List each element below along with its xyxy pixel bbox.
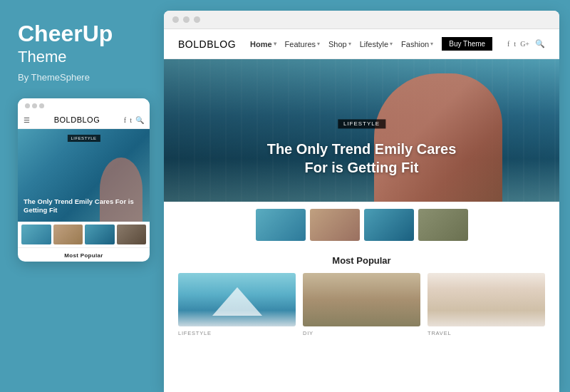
mobile-thumb-4[interactable] [117, 225, 147, 244]
nav-search-icon[interactable]: 🔍 [535, 39, 545, 48]
nav-lifestyle[interactable]: Lifestyle ▾ [360, 37, 393, 51]
hero-title: The Only Trend Emily Cares For is Gettin… [164, 140, 559, 177]
mobile-window-dots [25, 103, 44, 108]
mobile-logo-light: BLOG [77, 115, 100, 124]
mobile-dot-1 [25, 103, 30, 108]
mobile-menu-icon[interactable]: ☰ [24, 116, 30, 124]
mobile-hero-title: The Only Trend Emily Cares For is Gettin… [24, 197, 144, 215]
app-title: CheerUp [18, 21, 113, 46]
desktop-nav-links: Home ▾ Features ▾ Shop ▾ Lifestyle ▾ Fas… [250, 37, 499, 51]
popular-card-1[interactable]: LIFESTYLE [178, 273, 296, 336]
hero-title-line2: For is Getting Fit [164, 158, 559, 177]
mobile-twitter-icon[interactable]: t [130, 116, 132, 124]
popular-grid: LIFESTYLE DIY TRAVEL [178, 273, 545, 336]
mobile-thumb-3[interactable] [85, 225, 115, 244]
facebook-icon[interactable]: f [507, 40, 509, 48]
desktop-hero: LIFESTYLE The Only Trend Emily Cares For… [164, 59, 559, 202]
mobile-thumbnails [18, 222, 150, 247]
window-chrome [164, 11, 559, 29]
mobile-category-badge: LIFESTYLE [67, 135, 100, 142]
desktop-mockup: BOLDBLOG Home ▾ Features ▾ Shop ▾ Lifest… [164, 11, 559, 392]
mobile-most-popular-label: Most Popular [18, 247, 150, 262]
mobile-logo: BOLDBLOG [54, 115, 100, 124]
thumbnail-4[interactable] [418, 209, 468, 241]
popular-card-image-3 [428, 273, 545, 326]
chrome-dot-2 [183, 16, 190, 23]
mobile-facebook-icon[interactable]: f [124, 116, 126, 124]
twitter-icon[interactable]: t [514, 40, 516, 48]
mobile-header: ☰ BOLDBLOG f t 🔍 [18, 111, 150, 129]
desktop-logo-light: BLOG [207, 38, 236, 50]
fashion-chevron-icon: ▾ [430, 41, 433, 47]
hero-category-badge: LIFESTYLE [338, 119, 385, 128]
nav-shop[interactable]: Shop ▾ [328, 37, 351, 51]
popular-card-image-1 [178, 273, 296, 326]
popular-card-2[interactable]: DIY [303, 273, 420, 336]
mobile-hero: LIFESTYLE The Only Trend Emily Cares For… [18, 129, 150, 222]
mobile-dot-3 [39, 103, 44, 108]
desktop-logo: BOLDBLOG [178, 38, 236, 50]
card-label-3: TRAVEL [428, 330, 545, 336]
popular-card-3[interactable]: TRAVEL [428, 273, 545, 336]
features-chevron-icon: ▾ [317, 41, 320, 47]
googleplus-icon[interactable]: G+ [520, 40, 529, 48]
nav-social: f t G+ [507, 40, 529, 48]
thumbnail-strip [164, 202, 559, 248]
mobile-thumb-2[interactable] [53, 225, 83, 244]
desktop-nav: BOLDBLOG Home ▾ Features ▾ Shop ▾ Lifest… [164, 29, 559, 59]
most-popular-title: Most Popular [178, 255, 545, 266]
hero-person-image [374, 73, 502, 202]
home-chevron-icon: ▾ [274, 41, 276, 47]
hero-title-line1: The Only Trend Emily Cares [164, 140, 559, 158]
nav-fashion[interactable]: Fashion ▾ [401, 37, 433, 51]
popular-card-image-2 [303, 273, 420, 326]
mobile-mockup: ☰ BOLDBLOG f t 🔍 LIFESTYLE The Only Tren… [18, 98, 150, 262]
app-subtitle: Theme [18, 48, 66, 66]
nav-home[interactable]: Home ▾ [250, 37, 276, 51]
lifestyle-chevron-icon: ▾ [390, 41, 393, 47]
mobile-thumb-1[interactable] [21, 225, 51, 244]
chrome-dot-3 [194, 16, 200, 23]
mobile-topbar [18, 98, 150, 111]
mobile-logo-bold: BOLD [54, 115, 77, 124]
thumbnail-1[interactable] [256, 209, 306, 241]
thumbnail-3[interactable] [364, 209, 414, 241]
left-panel: CheerUp Theme By ThemeSphere ☰ BOLDBLOG … [0, 0, 164, 392]
shop-chevron-icon: ▾ [348, 41, 351, 47]
mobile-dot-2 [32, 103, 37, 108]
app-author: By ThemeSphere [18, 72, 90, 83]
nav-features[interactable]: Features ▾ [285, 37, 320, 51]
most-popular-section: Most Popular LIFESTYLE DIY TRAVEL [164, 248, 559, 392]
thumbnail-2[interactable] [310, 209, 360, 241]
chrome-dot-1 [172, 16, 179, 23]
buy-theme-button[interactable]: Buy Theme [442, 37, 492, 51]
mobile-search-icon[interactable]: 🔍 [135, 116, 144, 124]
card-label-1: LIFESTYLE [178, 330, 296, 336]
desktop-logo-bold: BOLD [178, 38, 207, 50]
mobile-nav-icons: f t 🔍 [124, 116, 144, 124]
card-label-2: DIY [303, 330, 420, 336]
